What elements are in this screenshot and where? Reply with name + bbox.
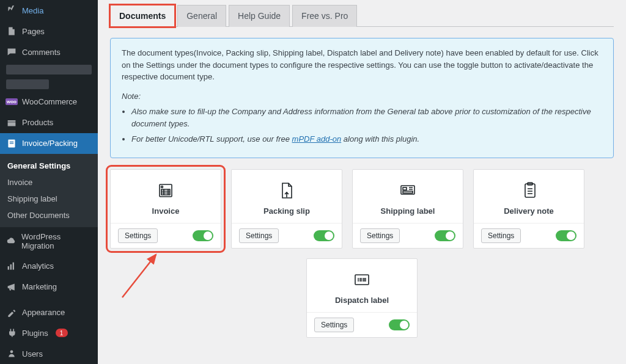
info-notice: The document types(Invoice, Packing slip… (110, 38, 614, 158)
settings-button-invoice[interactable]: Settings (118, 228, 158, 243)
svg-rect-13 (525, 184, 535, 197)
toggle-packing[interactable] (314, 230, 334, 241)
svg-point-6 (10, 350, 13, 353)
main-content: Documents General Help Guide Free vs. Pr… (98, 0, 626, 364)
toggle-delivery[interactable] (556, 230, 576, 241)
notice-bullet-2: For better Unicode/RTL support, use our … (131, 133, 602, 145)
admin-sidebar: Media Pages Comments woo WooCommerce Pro… (0, 0, 98, 364)
appearance-icon (6, 307, 17, 318)
submenu-shipping-label[interactable]: Shipping label (0, 191, 98, 207)
sidebar-item-analytics[interactable]: Analytics (0, 256, 98, 277)
marketing-icon (6, 282, 17, 293)
tab-help-guide[interactable]: Help Guide (229, 5, 290, 27)
sidebar-label: WordPress Migration (21, 232, 92, 251)
mpdf-addon-link[interactable]: mPDF add-on (292, 134, 342, 144)
sidebar-item-plugins[interactable]: Plugins 1 (0, 322, 98, 343)
card-title: Invoice (152, 206, 180, 216)
sidebar-placeholder (6, 65, 92, 75)
woocommerce-icon: woo (6, 96, 17, 107)
submenu-general-settings[interactable]: General Settings (0, 158, 98, 174)
delivery-note-icon (519, 181, 539, 200)
sidebar-item-wp-migration[interactable]: WordPress Migration (0, 227, 98, 256)
card-packing-slip: Packing slip Settings (231, 169, 342, 249)
settings-button-shipping[interactable]: Settings (360, 228, 400, 243)
sidebar-item-comments[interactable]: Comments (0, 42, 98, 62)
dispatch-label-icon (352, 270, 372, 289)
sidebar-label: Products (22, 118, 53, 127)
card-title: Dispatch label (335, 296, 389, 305)
card-shipping-label: Shipping label Settings (352, 169, 463, 249)
sidebar-label: WooCommerce (22, 97, 77, 106)
sidebar-item-products[interactable]: Products (0, 112, 98, 133)
sidebar-label: Appearance (22, 308, 65, 317)
submenu-other-documents[interactable]: Other Documents (0, 207, 98, 224)
settings-button-delivery[interactable]: Settings (481, 228, 521, 243)
sidebar-label: Users (22, 349, 43, 359)
toggle-dispatch[interactable] (389, 319, 410, 330)
invoice-packing-icon (6, 138, 17, 149)
notice-bullet-1: Also make sure to fill-up the Company an… (131, 106, 602, 129)
sidebar-submenu: General Settings Invoice Shipping label … (0, 154, 98, 227)
sidebar-label: Media (22, 6, 43, 15)
sidebar-item-woocommerce[interactable]: woo WooCommerce (0, 92, 98, 112)
toggle-shipping[interactable] (435, 230, 455, 241)
tab-free-vs-pro[interactable]: Free vs. Pro (292, 5, 357, 27)
plugins-icon (6, 327, 17, 338)
settings-button-packing[interactable]: Settings (239, 228, 279, 243)
toggle-invoice[interactable] (193, 230, 213, 241)
sidebar-item-media[interactable]: Media (0, 0, 98, 21)
sidebar-label: Plugins (22, 329, 48, 338)
submenu-invoice[interactable]: Invoice (0, 174, 98, 191)
analytics-icon (6, 261, 17, 272)
card-dispatch-label: Dispatch label Settings (306, 258, 418, 338)
sidebar-item-users[interactable]: Users (0, 343, 98, 364)
notice-intro: The document types(Invoice, Packing slip… (122, 47, 602, 83)
sidebar-label: Analytics (22, 261, 54, 271)
svg-rect-4 (10, 264, 12, 270)
card-title: Delivery note (504, 206, 554, 216)
products-icon (6, 117, 17, 128)
sidebar-item-appearance[interactable]: Appearance (0, 302, 98, 322)
sidebar-placeholder (6, 79, 49, 89)
svg-rect-1 (10, 142, 13, 142)
document-cards-row2: Dispatch label Settings (110, 258, 614, 338)
tab-general[interactable]: General (177, 5, 226, 27)
media-icon (6, 5, 17, 16)
settings-button-dispatch[interactable]: Settings (314, 318, 354, 332)
svg-rect-12 (403, 191, 413, 193)
svg-rect-2 (10, 143, 13, 144)
card-title: Packing slip (263, 206, 310, 216)
tab-bar: Documents General Help Guide Free vs. Pr… (110, 5, 614, 27)
svg-rect-5 (13, 263, 14, 270)
pages-icon (6, 26, 17, 37)
tab-documents[interactable]: Documents (110, 5, 175, 27)
sidebar-label: Comments (22, 48, 61, 57)
card-invoice: Invoice Settings (110, 169, 221, 249)
svg-rect-3 (8, 266, 9, 270)
users-icon (6, 348, 17, 359)
document-cards-grid: Invoice Settings Packing slip Settings (110, 169, 614, 249)
notice-note-label: Note: (122, 90, 602, 103)
sidebar-label: Pages (22, 27, 45, 36)
svg-rect-11 (403, 187, 407, 190)
svg-point-9 (161, 186, 163, 187)
invoice-icon (156, 181, 175, 200)
cloud-icon (6, 236, 17, 247)
sidebar-item-invoice-packing[interactable]: Invoice/Packing (0, 133, 98, 154)
svg-rect-15 (355, 275, 369, 285)
sidebar-label: Marketing (22, 282, 57, 291)
comments-icon (6, 46, 17, 57)
card-delivery-note: Delivery note Settings (473, 169, 584, 249)
packing-slip-icon (277, 181, 296, 200)
sidebar-item-marketing[interactable]: Marketing (0, 277, 98, 297)
sidebar-label: Invoice/Packing (22, 139, 78, 148)
plugins-badge: 1 (56, 329, 68, 337)
card-title: Shipping label (381, 206, 435, 216)
sidebar-item-pages[interactable]: Pages (0, 21, 98, 42)
svg-rect-8 (161, 189, 170, 195)
shipping-label-icon (398, 181, 418, 200)
